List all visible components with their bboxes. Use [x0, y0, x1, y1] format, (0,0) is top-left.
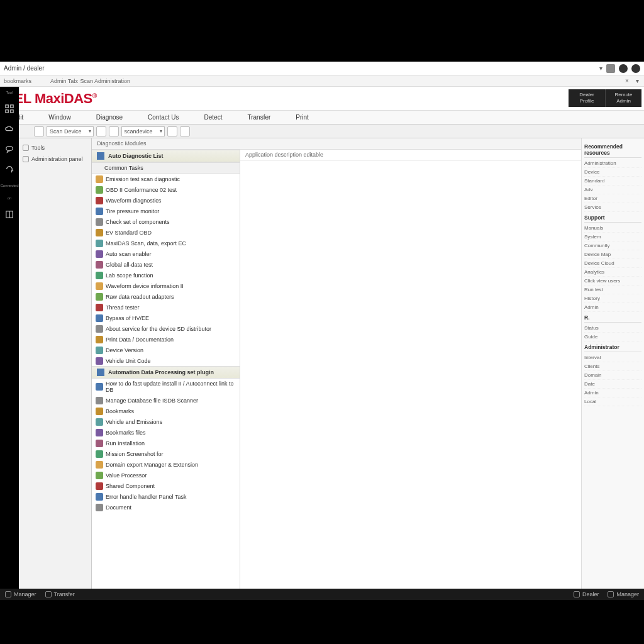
list-item[interactable]: EV Standard OBD: [92, 227, 240, 238]
rside-link[interactable]: Admin: [584, 389, 641, 397]
toolbar-btn-5[interactable]: [180, 126, 190, 136]
status-dealer[interactable]: Dealer: [574, 591, 599, 597]
list-item[interactable]: Tire pressure monitor: [92, 206, 240, 216]
status-manager-r[interactable]: Manager: [608, 591, 639, 597]
list-item[interactable]: Thread tester: [92, 302, 240, 313]
list-item[interactable]: Bypass of HV/EE: [92, 313, 240, 323]
toolbar-btn-2[interactable]: [96, 126, 106, 136]
list-item[interactable]: Print Data / Documentation: [92, 334, 240, 345]
list-item[interactable]: Value Processor: [92, 470, 240, 480]
menu-detect[interactable]: Detect: [192, 114, 235, 121]
rail-refresh-icon[interactable]: [4, 164, 15, 175]
menu-contact[interactable]: Contact Us: [135, 114, 191, 121]
leftnav-item-tools[interactable]: Tools: [21, 142, 89, 153]
list-item[interactable]: Lab scope function: [92, 270, 240, 280]
rail-grid-icon[interactable]: [4, 103, 15, 114]
item-label: Run Installation: [106, 440, 145, 447]
rside-link[interactable]: Standard: [584, 177, 641, 186]
rside-link[interactable]: Adv: [584, 186, 641, 194]
list-item[interactable]: Manage Database file ISDB Scanner: [92, 395, 240, 406]
list-item[interactable]: Vehicle Unit Code: [92, 355, 240, 366]
list-item[interactable]: Bookmarks: [92, 406, 240, 416]
status-transfer[interactable]: Transfer: [45, 591, 75, 597]
rside-link[interactable]: Guide: [584, 333, 641, 341]
rside-link[interactable]: Domain: [584, 371, 641, 380]
rside-link[interactable]: Analytics: [584, 268, 641, 277]
rail-cloud-icon[interactable]: [4, 123, 15, 135]
menu-bar: Edit Window Diagnose Contact Us Detect T…: [0, 111, 644, 125]
rside-link[interactable]: Run test: [584, 286, 641, 294]
list-item[interactable]: About service for the device SD distribu…: [92, 323, 240, 334]
list-section[interactable]: Auto Diagnostic List: [92, 150, 240, 162]
list-item[interactable]: Bookmarks files: [92, 427, 240, 438]
header-cell-dealer[interactable]: DealerProfile: [569, 89, 605, 107]
toolbar-select-device[interactable]: Scan Device: [47, 126, 94, 136]
list-section[interactable]: Automation Data Processing set plugin: [92, 366, 240, 379]
menu-diagnose[interactable]: Diagnose: [84, 114, 135, 121]
list-item[interactable]: Emission test scan diagnostic: [92, 174, 240, 184]
menu-print[interactable]: Print: [283, 114, 321, 121]
list-item[interactable]: How to do fast update install II / Autoc…: [92, 379, 240, 395]
chart-icon[interactable]: [606, 64, 615, 73]
chrome-dropdown-icon[interactable]: ▾: [599, 65, 602, 72]
rside-link[interactable]: System: [584, 233, 641, 242]
bookmark-label[interactable]: bookmarks: [4, 78, 31, 84]
menu-icon[interactable]: [631, 64, 640, 73]
list-item[interactable]: Run Installation: [92, 438, 240, 448]
list-item[interactable]: Shared Component: [92, 480, 240, 491]
rside-link[interactable]: Manuals: [584, 224, 641, 233]
item-label: Bypass of HV/EE: [106, 315, 149, 321]
list-item[interactable]: Domain export Manager & Extension: [92, 459, 240, 470]
rail-chat-icon[interactable]: [4, 143, 15, 155]
rside-link[interactable]: Click view users: [584, 277, 641, 286]
list-item[interactable]: Check set of components: [92, 216, 240, 227]
header-cell-remote[interactable]: RemoteAdmin: [605, 89, 641, 107]
header-profile-box[interactable]: DealerProfile RemoteAdmin: [569, 89, 641, 107]
rside-link[interactable]: Clients: [584, 362, 641, 371]
toolbar-btn-4[interactable]: [167, 126, 177, 136]
rside-link[interactable]: Service: [584, 203, 641, 212]
toolbar-select-scan[interactable]: scandevice: [121, 126, 165, 136]
list-item[interactable]: Mission Screenshot for: [92, 448, 240, 459]
rside-link[interactable]: Status: [584, 324, 641, 333]
rail-book-icon[interactable]: [4, 209, 15, 220]
list-item[interactable]: Vehicle and Emissions: [92, 416, 240, 427]
rside-link[interactable]: Editor: [584, 194, 641, 203]
status-manager[interactable]: Manager: [5, 591, 36, 597]
list-item[interactable]: Error handle handler Panel Task: [92, 491, 240, 502]
list-item[interactable]: Raw data readout adapters: [92, 291, 240, 302]
rside-link[interactable]: Local: [584, 397, 641, 406]
rside-link[interactable]: Community: [584, 242, 641, 250]
menu-window[interactable]: Window: [36, 114, 84, 121]
rside-link[interactable]: Date: [584, 380, 641, 389]
list-item[interactable]: Document: [92, 502, 240, 513]
item-icon: [96, 261, 103, 269]
rside-link[interactable]: Device: [584, 168, 641, 177]
menu-transfer[interactable]: Transfer: [235, 114, 283, 121]
list-item[interactable]: Waveform device information II: [92, 280, 240, 291]
list-item[interactable]: Global all-data test: [92, 259, 240, 270]
module-list[interactable]: Auto Diagnostic ListCommon TasksEmission…: [92, 150, 240, 589]
rside-link[interactable]: Device Map: [584, 250, 641, 259]
rside-link[interactable]: Administration: [584, 159, 641, 168]
rside-link[interactable]: Interval: [584, 353, 641, 362]
rside-link[interactable]: Device Cloud: [584, 259, 641, 268]
list-item[interactable]: MaxiDAS Scan, data, export EC: [92, 238, 240, 248]
tab-menu-icon[interactable]: ▾: [634, 78, 640, 84]
rail-label-tool: Tool: [6, 91, 13, 94]
toolbar-btn-1[interactable]: [34, 126, 44, 136]
leftnav-item-admin[interactable]: Administration panel: [21, 153, 89, 165]
list-item[interactable]: Waveform diagnostics: [92, 195, 240, 206]
list-item[interactable]: Device Version: [92, 345, 240, 355]
tab-close-icon[interactable]: ×: [624, 78, 630, 84]
item-icon: [96, 314, 103, 322]
tab-label[interactable]: Admin Tab: Scan Administration: [50, 78, 130, 84]
list-item[interactable]: Auto scan enabler: [92, 248, 240, 259]
toolbar-btn-3[interactable]: [109, 126, 119, 136]
item-icon: [96, 229, 103, 236]
item-icon: [96, 325, 103, 333]
profile-icon[interactable]: [619, 64, 628, 73]
list-item[interactable]: OBD II Conformance 02 test: [92, 184, 240, 195]
rside-link[interactable]: Admin: [584, 303, 641, 312]
rside-link[interactable]: History: [584, 294, 641, 303]
